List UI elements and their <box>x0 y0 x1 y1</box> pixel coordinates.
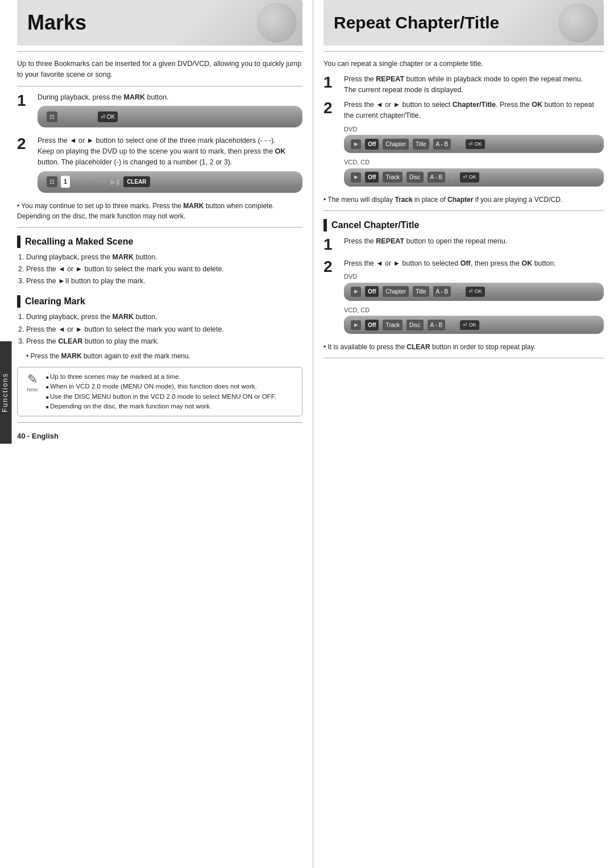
note-item-1: Up to three scenes may be marked at a ti… <box>46 372 276 382</box>
remote-display-2: ☷ 1 — — ↔ ▶▮ CLEAR <box>38 171 302 193</box>
remote-display-1: ☷ — — ↔ ⏎ OK <box>38 106 302 127</box>
cancel-vcd-menu-container: VCD, CD ▶ Off Track Disc A - B ↔ ⏎ OK <box>344 305 604 334</box>
num-1: 1 <box>61 176 70 188</box>
step-1-number: 1 <box>17 92 33 110</box>
remote-icon-2: ☷ <box>47 176 57 187</box>
recalling-step-2: Press the ◄ or ► button to select the ma… <box>26 263 302 275</box>
cancel-vcd-icon: ▶ <box>351 320 361 330</box>
dvd-label: DVD <box>344 125 604 134</box>
vcd-label: VCD, CD <box>344 158 604 167</box>
repeat-step-2-num: 2 <box>323 100 339 117</box>
recalling-header: Recalling a Maked Scene <box>17 235 302 248</box>
clearing-step-2: Press the ◄ or ► button to select the ma… <box>26 324 302 336</box>
repeat-step-2-content: Press the ◄ or ► button to select Chapte… <box>344 100 604 190</box>
cancel-vcd-ok: ⏎ OK <box>460 320 479 330</box>
side-label-functions: Functions <box>1 373 9 412</box>
remote-icon-1: ☷ <box>47 111 57 122</box>
cancel-bullet-note: • It is available to press the CLEAR but… <box>323 342 604 352</box>
vcd-menu-container: VCD, CD ▶ Off Track Disc A - B ↔ ⏎ OK <box>344 158 604 187</box>
cancel-bar <box>323 219 327 232</box>
cancel-dvd-chapter: Chapter <box>383 286 409 297</box>
step-2-content: Press the ◄ or ► button to select one of… <box>38 135 302 196</box>
cancel-vcd-off: Off <box>365 320 379 330</box>
dvd-menu-bar: ▶ Off Chapter Title A - B ↔ ⏎ OK <box>344 135 604 153</box>
divider-2 <box>17 86 302 86</box>
col-left: Marks Up to three Bookmarks can be inser… <box>13 0 313 868</box>
pencil-icon: ✎ <box>27 372 38 387</box>
cancel-vcd-menu-bar: ▶ Off Track Disc A - B ↔ ⏎ OK <box>344 316 604 334</box>
note-icon: ✎ Note <box>23 372 42 392</box>
clear-btn: CLEAR <box>123 176 150 187</box>
step-1-content: During playback, press the MARK button. … <box>38 92 302 131</box>
columns: Marks Up to three Bookmarks can be inser… <box>0 0 614 868</box>
clearing-bar <box>17 295 20 308</box>
clearing-step-1: During playback, press the MARK button. <box>26 311 302 323</box>
repeat-step-2: 2 Press the ◄ or ► button to select Chap… <box>323 100 604 190</box>
repeat-step-1-num: 1 <box>323 74 339 92</box>
vcd-ab-btn: A - B <box>428 172 446 183</box>
page-number: 40 - English <box>17 432 302 440</box>
cancel-step-1: 1 Press the REPEAT button to open the re… <box>323 236 604 254</box>
repeat-intro: You can repeat a single chapter or a com… <box>323 59 604 69</box>
recalling-step-3: Press the ►II button to play the mark. <box>26 275 302 287</box>
cancel-vcd-track: Track <box>383 320 403 330</box>
note-content: Up to three scenes may be marked at a ti… <box>46 372 276 411</box>
note-item-3: Use the DISC MENU button in the VCD 2.0 … <box>46 392 276 402</box>
clearing-header: Clearing Mark <box>17 295 302 308</box>
side-label: DVD Functions <box>0 341 12 444</box>
dvd-menu-icon: ▶ <box>351 139 361 150</box>
divider-bottom-left <box>17 422 302 423</box>
disc-decoration <box>257 3 297 43</box>
cancel-vcd-label: VCD, CD <box>344 305 604 315</box>
vcd-ok-btn: ⏎ OK <box>460 172 479 183</box>
divider-right-2 <box>323 210 604 211</box>
cancel-title: Cancel Chapter/Title <box>331 220 419 230</box>
repeat-title: Repeat Chapter/Title <box>334 13 499 32</box>
cancel-dvd-menu-bar: ▶ Off Chapter Title A - B ↔ ⏎ OK <box>344 283 604 301</box>
note-item-2: When in VCD 2.0 mode (MENU ON mode), thi… <box>46 382 276 391</box>
clearing-title: Clearing Mark <box>25 296 85 307</box>
repeat-step-1-content: Press the REPEAT button while in playbac… <box>344 74 604 96</box>
dvd-ok-btn: ⏎ OK <box>466 139 485 150</box>
vcd-track-btn: Track <box>383 172 403 183</box>
clearing-step-3: Press the CLEAR button to play the mark. <box>26 336 302 348</box>
dvd-off-btn: Off <box>365 139 379 150</box>
page: DVD Functions Marks Up to three Bookmark… <box>0 0 614 868</box>
cancel-step-1-content: Press the REPEAT button to open the repe… <box>344 236 604 247</box>
clearing-steps: During playback, press the MARK button. … <box>17 311 302 348</box>
cancel-dvd-ok: ⏎ OK <box>466 287 485 297</box>
ok-btn-1: ⏎ OK <box>98 111 118 122</box>
cancel-step-2-content: Press the ◄ or ► button to selected Off,… <box>344 258 604 338</box>
marks-header: Marks <box>17 0 302 46</box>
vcd-disc-btn: Disc <box>406 172 423 183</box>
marks-title: Marks <box>27 11 86 35</box>
marks-step-2: 2 Press the ◄ or ► button to select one … <box>17 135 302 196</box>
dvd-chapter-btn: Chapter <box>383 139 409 150</box>
divider-right-bottom <box>323 358 604 358</box>
vcd-menu-bar: ▶ Off Track Disc A - B ↔ ⏎ OK <box>344 168 604 187</box>
repeat-header: Repeat Chapter/Title <box>323 0 604 46</box>
note-box: ✎ Note Up to three scenes may be marked … <box>17 367 302 416</box>
note-item-4: Depending on the disc, the mark function… <box>46 402 276 411</box>
dvd-ab-btn: A - B <box>433 139 451 150</box>
repeat-step-1: 1 Press the REPEAT button while in playb… <box>323 74 604 96</box>
divider-1 <box>17 51 302 52</box>
cancel-vcd-ab: A - B <box>428 320 446 330</box>
cancel-dvd-ab: A - B <box>433 286 451 297</box>
cancel-dvd-off: Off <box>365 286 379 297</box>
cancel-dvd-label: DVD <box>344 272 604 282</box>
dvd-menu-container: DVD ▶ Off Chapter Title A - B ↔ ⏎ OK <box>344 125 604 154</box>
recalling-title: Recalling a Maked Scene <box>25 237 133 247</box>
cancel-dvd-title: Title <box>413 286 429 297</box>
clearing-bullet: • Press the MARK button again to exit th… <box>17 351 302 361</box>
vcd-menu-icon: ▶ <box>351 172 361 183</box>
repeat-bullet-note: • The menu will display Track in place o… <box>323 195 604 205</box>
step-2-text: Press the ◄ or ► button to select one of… <box>38 137 285 166</box>
marks-intro: Up to three Bookmarks can be inserted fo… <box>17 59 302 80</box>
cancel-step-2-num: 2 <box>323 258 339 276</box>
cancel-step-2: 2 Press the ◄ or ► button to selected Of… <box>323 258 604 338</box>
dvd-title-btn: Title <box>413 139 429 150</box>
recalling-steps: During playback, press the MARK button. … <box>17 251 302 288</box>
marks-step-1: 1 During playback, press the MARK button… <box>17 92 302 131</box>
cancel-dvd-menu-container: DVD ▶ Off Chapter Title A - B ↔ ⏎ OK <box>344 272 604 301</box>
